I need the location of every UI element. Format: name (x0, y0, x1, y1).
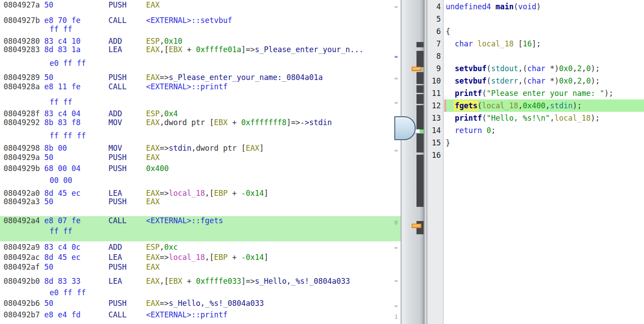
decompiler-line[interactable]: } (444, 137, 644, 149)
operands[interactable]: 0x400 (146, 164, 169, 173)
listing-row[interactable]: e8 11 fe0804928aCALL<EXTERNAL>::printf (0, 83, 401, 91)
mnemonic[interactable]: LEA (108, 46, 122, 54)
decompiler-line[interactable]: { (444, 25, 644, 38)
mnemonic[interactable]: CALL (108, 16, 127, 25)
mnemonic[interactable]: PUSH (108, 299, 127, 308)
decompiler-line[interactable]: setvbuf(stderr,(char *)0x0,2,0); (444, 75, 644, 87)
listing-row[interactable]: 5008049289PUSHEAX=>s_Please_enter_your_n… (0, 73, 401, 82)
listing-row[interactable]: 8b 0008049298MOVEAX=>stdin,dword ptr [EA… (0, 144, 401, 152)
mnemonic[interactable]: PUSH (108, 73, 127, 82)
decompiler-line[interactable]: fgets(local_18,0x400,stdin); (444, 99, 644, 112)
operands[interactable]: EAX=>local_18,[EBP + -0x14] (146, 189, 268, 198)
decompiler-line[interactable] (444, 13, 644, 25)
listing-row[interactable]: 8d 83 1a08049283LEAEAX,[EBX + 0xffffe01a… (0, 46, 401, 54)
listing-row[interactable]: 50080492afPUSHEAX (0, 263, 401, 271)
code-token-glob[interactable]: stdin (550, 101, 573, 110)
mnemonic[interactable]: MOV (108, 144, 122, 152)
decompiler-line[interactable] (444, 149, 644, 161)
listing-row[interactable]: 500804927aPUSHEAX (0, 1, 401, 9)
listing-row[interactable]: 8d 45 ec080492acLEAEAX=>local_18,[EBP + … (0, 253, 401, 262)
operands[interactable]: EAX=>local_18,[EBP + -0x14] (146, 253, 268, 262)
mnemonic[interactable]: PUSH (108, 263, 127, 271)
operands[interactable]: EAX,dword ptr [EBX + 0xfffffff8]=>->stdi… (146, 118, 332, 127)
listing-row[interactable]: e8 70 fe0804927bCALL<EXTERNAL>::setvbuf (0, 16, 401, 25)
mnemonic[interactable]: ADD (108, 110, 122, 118)
code-token-fn[interactable]: setvbuf (455, 64, 486, 73)
mnemonic[interactable]: CALL (108, 217, 127, 225)
bookmark-marker[interactable] (412, 224, 421, 228)
overview-marker-block[interactable] (416, 155, 424, 207)
decompiler-line[interactable] (444, 50, 644, 62)
code-token-var[interactable]: local_18 (478, 39, 514, 48)
code-token-glob[interactable]: stderr (491, 76, 518, 85)
code-token-glob[interactable]: stdout (491, 64, 518, 73)
scrollbar-thumb[interactable] (394, 116, 416, 140)
operands[interactable]: EAX (146, 263, 160, 271)
decompiler-pane[interactable]: undefined4 main(void){ char local_18 [16… (444, 0, 644, 324)
overview-marker-block[interactable] (416, 133, 424, 152)
overview-marker-block[interactable] (416, 85, 424, 93)
operands[interactable]: EAX=>s_Please_enter_your_name:_0804a01a (146, 73, 323, 82)
mnemonic[interactable]: PUSH (108, 153, 127, 162)
operands[interactable]: EAX,[EBX + 0xffffe01a]=>s_Please_enter_y… (146, 46, 363, 54)
listing-row[interactable]: e8 07 fe080492a4CALL<EXTERNAL>::fgets (0, 217, 401, 225)
operands[interactable]: <EXTERNAL>::setvbuf (146, 16, 232, 25)
operands[interactable]: ESP,0xc (146, 243, 178, 252)
listing-row[interactable]: 8d 83 33080492b0LEAEAX,[EBX + 0xffffe033… (0, 277, 401, 286)
code-token-var[interactable]: local_18 (555, 114, 591, 122)
decompiler-line[interactable]: printf("Hello, %s!\n",local_18); (444, 112, 644, 124)
mnemonic[interactable]: PUSH (108, 198, 127, 206)
decompiler-line[interactable]: char local_18 [16]; (444, 38, 644, 50)
operands[interactable]: EAX,[EBX + 0xffffe033]=>s_Hello,_%s!_080… (146, 277, 350, 286)
listing-bytes-continuation[interactable]: ff ff (0, 98, 401, 107)
overview-marker-block[interactable] (416, 42, 424, 47)
mnemonic[interactable]: LEA (108, 277, 122, 286)
operands[interactable]: EAX=>s_Hello,_%s!_0804a033 (146, 299, 264, 308)
operands[interactable]: EAX (146, 198, 160, 206)
mnemonic[interactable]: LEA (108, 189, 122, 198)
overview-marker-block[interactable] (416, 72, 424, 84)
mnemonic[interactable]: ADD (108, 243, 122, 252)
operands[interactable]: ESP,0x4 (146, 110, 178, 118)
mnemonic[interactable]: LEA (108, 253, 122, 262)
operands[interactable]: EAX (146, 1, 160, 9)
decompiler-line[interactable]: setvbuf(stdout,(char *)0x0,2,0); (444, 62, 644, 75)
overview-marker-block[interactable] (416, 94, 424, 104)
listing-row[interactable]: 83 c4 040804928fADDESP,0x4 (0, 110, 401, 118)
overview-marker-block[interactable] (416, 105, 424, 130)
decompiler-line[interactable]: return 0; (444, 124, 644, 137)
listing-row[interactable]: 83 c4 1008049280ADDESP,0x10 (0, 37, 401, 46)
listing-scrollbar[interactable] (401, 0, 424, 324)
mnemonic[interactable]: ADD (108, 37, 122, 46)
listing-row[interactable]: 68 00 040804929bPUSH0x400 (0, 164, 401, 173)
listing-row[interactable]: 500804929aPUSHEAX (0, 153, 401, 162)
operands[interactable]: <EXTERNAL>::printf (146, 83, 228, 91)
code-token-var[interactable]: local_18 (482, 101, 518, 110)
listing-row[interactable]: e8 e4 fd080492b7CALL<EXTERNAL>::printf (0, 311, 401, 319)
operands[interactable]: ESP,0x10 (146, 37, 182, 46)
listing-bytes-continuation[interactable]: e0 ff ff (0, 289, 401, 297)
overview-marker-block[interactable] (416, 51, 424, 67)
listing-bytes-continuation[interactable]: e0 ff ff (0, 59, 401, 68)
operands[interactable]: <EXTERNAL>::fgets (146, 217, 223, 225)
operands[interactable]: <EXTERNAL>::printf (146, 311, 228, 319)
code-token-fn[interactable]: setvbuf (455, 76, 486, 85)
listing-bytes-continuation[interactable]: ff ff (0, 227, 401, 236)
code-token-fn[interactable]: main (496, 2, 514, 11)
listing-pane[interactable]: 500804927aPUSHEAXe8 70 fe0804927bCALL<EX… (0, 0, 401, 324)
code-token-fn[interactable]: printf (455, 114, 482, 122)
mnemonic[interactable]: MOV (108, 118, 122, 127)
mnemonic[interactable]: PUSH (108, 1, 127, 9)
listing-bytes-continuation[interactable]: ff ff (0, 25, 401, 34)
listing-row[interactable]: 8b 83 f808049292MOVEAX,dword ptr [EBX + … (0, 118, 401, 127)
listing-row[interactable]: 8d 45 ec080492a0LEAEAX=>local_18,[EBP + … (0, 189, 401, 198)
bookmark-marker[interactable] (412, 67, 421, 71)
mnemonic[interactable]: CALL (108, 83, 127, 91)
code-token-fn[interactable]: printf (455, 89, 482, 98)
listing-row[interactable]: 83 c4 0c080492a9ADDESP,0xc (0, 243, 401, 252)
decompiler-line[interactable]: printf("Please enter your name: "); (444, 87, 644, 99)
operands[interactable]: EAX (146, 153, 160, 162)
pane-divider[interactable] (424, 0, 428, 324)
highlighted-token[interactable]: fgets (455, 101, 477, 110)
listing-bytes-continuation[interactable]: ff ff ff (0, 132, 401, 140)
